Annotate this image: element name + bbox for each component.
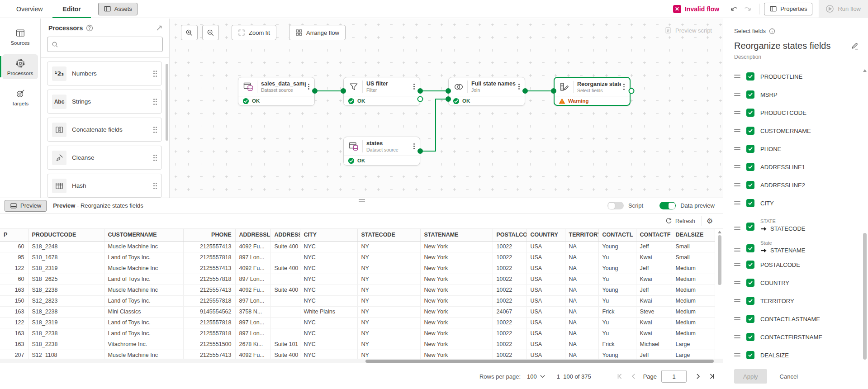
field-checkbox[interactable]: [746, 72, 754, 81]
field-checkbox[interactable]: [746, 223, 754, 231]
processor-item-cleanse[interactable]: Cleanse: [47, 146, 162, 170]
panel-resize-handle[interactable]: [359, 199, 365, 202]
column-header[interactable]: STATECODE: [357, 229, 420, 241]
column-header[interactable]: CITY: [300, 229, 357, 241]
scroll-up-icon[interactable]: [863, 69, 867, 72]
field-checkbox[interactable]: [746, 279, 754, 287]
properties-scrollbar[interactable]: [863, 69, 867, 385]
redo-button[interactable]: [741, 2, 754, 16]
help-icon[interactable]: [86, 24, 93, 32]
column-header[interactable]: COUNTRY: [526, 229, 565, 241]
previous-page-button[interactable]: [627, 370, 640, 383]
zoom-in-button[interactable]: [181, 25, 198, 40]
field-checkbox[interactable]: [746, 90, 754, 99]
page-number-input[interactable]: [661, 370, 687, 383]
flow-node-states[interactable]: statesDataset sourceOK: [343, 137, 420, 166]
drag-handle-icon[interactable]: [734, 353, 740, 357]
column-header[interactable]: PHONE: [183, 229, 235, 241]
drag-handle-icon[interactable]: [734, 75, 740, 79]
column-header[interactable]: PRODUCTCODE: [28, 229, 104, 241]
column-header[interactable]: CUSTOMERNAME: [104, 229, 183, 241]
node-menu-button[interactable]: [411, 82, 417, 91]
search-input[interactable]: [62, 41, 158, 48]
assets-button[interactable]: Assets: [98, 3, 138, 15]
drag-handle-icon[interactable]: [153, 127, 157, 133]
info-icon[interactable]: [769, 28, 775, 34]
column-header[interactable]: DEALSIZE: [672, 229, 715, 241]
field-checkbox[interactable]: [746, 244, 754, 252]
field-checkbox[interactable]: [746, 109, 754, 117]
node-menu-button[interactable]: [516, 82, 522, 91]
node-menu-button[interactable]: [621, 82, 627, 91]
processor-search[interactable]: [47, 37, 163, 52]
field-checkbox[interactable]: [746, 351, 754, 359]
apply-button[interactable]: Apply: [734, 369, 767, 384]
gear-icon[interactable]: ⚙: [702, 217, 717, 225]
drag-handle-icon[interactable]: [734, 165, 740, 169]
drag-handle-icon[interactable]: [734, 263, 740, 267]
field-checkbox[interactable]: [746, 127, 754, 135]
scroll-up-icon[interactable]: [718, 231, 721, 233]
collapse-panel-icon[interactable]: [156, 24, 163, 32]
column-header[interactable]: STATENAME: [420, 229, 493, 241]
data-preview-toggle[interactable]: [659, 202, 676, 209]
properties-button[interactable]: Properties: [764, 3, 812, 15]
drag-handle-icon[interactable]: [734, 147, 740, 151]
field-checkbox[interactable]: [746, 261, 754, 269]
refresh-button[interactable]: Refresh: [659, 218, 702, 224]
drag-handle-icon[interactable]: [153, 183, 157, 189]
node-menu-button[interactable]: [411, 142, 417, 151]
preview-toggle-button[interactable]: Preview: [5, 200, 47, 212]
table-vertical-scrollbar[interactable]: [717, 230, 722, 356]
field-checkbox[interactable]: [746, 181, 754, 189]
column-header[interactable]: ADDRESSL: [235, 229, 270, 241]
tab-editor[interactable]: Editor: [52, 0, 90, 18]
drag-handle-icon[interactable]: [734, 129, 740, 133]
drag-handle-icon[interactable]: [734, 183, 740, 187]
flow-canvas[interactable]: Zoom fit Arrange flow Preview script sal…: [170, 19, 723, 198]
drag-handle-icon[interactable]: [734, 335, 740, 339]
drag-handle-icon[interactable]: [734, 227, 740, 231]
column-header[interactable]: ADDRESSL: [270, 229, 300, 241]
drag-handle-icon[interactable]: [153, 155, 157, 161]
drag-handle-icon[interactable]: [734, 299, 740, 303]
table-horizontal-scrollbar[interactable]: [0, 359, 723, 363]
processor-item-hash[interactable]: Hash: [47, 174, 162, 198]
drag-handle-icon[interactable]: [153, 99, 157, 105]
zoom-fit-button[interactable]: Zoom fit: [232, 25, 276, 40]
run-flow-button[interactable]: Run flow: [819, 0, 868, 18]
column-header[interactable]: P: [0, 229, 28, 241]
undo-button[interactable]: [727, 2, 741, 16]
drag-handle-icon[interactable]: [734, 317, 740, 321]
rows-per-page-select[interactable]: 100: [527, 373, 545, 380]
drag-handle-icon[interactable]: [734, 93, 740, 97]
script-toggle[interactable]: [607, 202, 624, 209]
next-page-button[interactable]: [691, 370, 705, 383]
zoom-out-button[interactable]: [202, 25, 219, 40]
node-menu-button[interactable]: [306, 82, 312, 91]
sidebar-item-targets[interactable]: Targets: [2, 85, 38, 109]
first-page-button[interactable]: [613, 370, 627, 383]
field-checkbox[interactable]: [746, 297, 754, 305]
sidebar-item-processors[interactable]: Processors: [2, 54, 38, 79]
column-header[interactable]: CONTACTF: [636, 229, 672, 241]
field-checkbox[interactable]: [746, 333, 754, 341]
column-header[interactable]: CONTACTL: [598, 229, 636, 241]
drag-handle-icon[interactable]: [153, 71, 157, 77]
edit-icon[interactable]: [850, 42, 859, 50]
last-page-button[interactable]: [705, 370, 718, 383]
tab-overview[interactable]: Overview: [6, 0, 52, 18]
flow-node-sales-data-sample[interactable]: sales_data_sampleDataset sourceOK: [238, 77, 315, 106]
processor-item-concat[interactable]: Concatenate fields: [47, 118, 162, 142]
flow-node-full-state-names[interactable]: Full state namesJoinOK: [448, 77, 525, 106]
sidebar-item-sources[interactable]: Sources: [2, 24, 38, 49]
column-header[interactable]: TERRITORY: [565, 229, 598, 241]
field-checkbox[interactable]: [746, 199, 754, 207]
column-header[interactable]: POSTALCO: [493, 229, 526, 241]
processors-scrollbar[interactable]: [166, 64, 168, 141]
drag-handle-icon[interactable]: [734, 201, 740, 205]
processor-item-numbers[interactable]: ¹2₃Numbers: [47, 62, 162, 85]
drag-handle-icon[interactable]: [734, 281, 740, 285]
flow-node-us-filter[interactable]: US filterFilterOK: [343, 77, 420, 106]
flow-node-reorganize-states-f-[interactable]: Reorganize states f...Select fieldsWarni…: [554, 77, 631, 106]
